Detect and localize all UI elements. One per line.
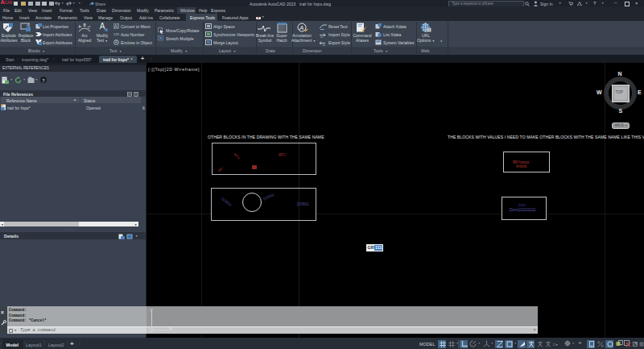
svg-text:B: B [84,23,87,27]
svg-text:A: A [299,24,303,31]
svg-text:A: A [77,23,82,29]
svg-text:C: C [87,24,92,30]
svg-text:A: A [114,23,118,28]
